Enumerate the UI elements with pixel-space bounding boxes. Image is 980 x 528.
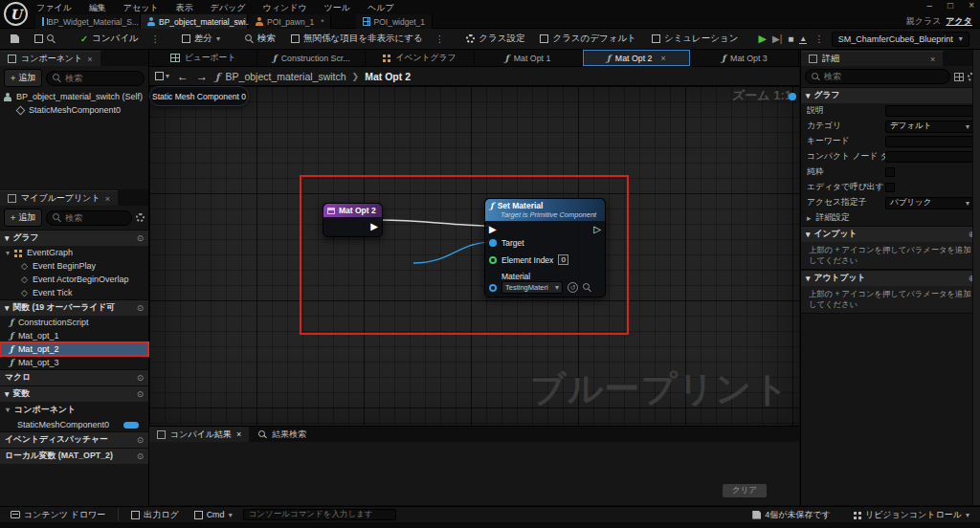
minimize-icon[interactable]: – [927, 0, 933, 11]
close-icon[interactable]: × [236, 429, 241, 439]
event-actorbeginoverlap-row[interactable]: ◇ Event ActorBeginOverlap [0, 273, 148, 286]
menu-debug[interactable]: デバッグ [209, 1, 248, 15]
tab-bp-widget-material[interactable]: BP_Widget_Material_S... * [35, 14, 141, 29]
maximize-icon[interactable]: □ [947, 0, 953, 11]
settings-button[interactable] [975, 32, 980, 46]
hide-unrelated-button[interactable]: 無関係な項目を非表示にする [286, 30, 428, 48]
macro-visibility-icon[interactable]: ⊙ [137, 373, 144, 383]
mat-opt-1-row[interactable]: ƒ Mat_opt_1 [0, 329, 148, 342]
menu-asset[interactable]: アセット [122, 1, 161, 15]
mat-opt-2-row-selected[interactable]: ƒ Mat_opt_2 [0, 342, 148, 356]
forward-button[interactable]: → [196, 70, 208, 83]
revision-control-button[interactable]: リビジョンコントロール ▾ [849, 506, 974, 524]
advanced-row[interactable]: ▸ 詳細設定 [801, 210, 980, 226]
material-dropdown[interactable]: TestingMateri ▾ [501, 281, 563, 294]
components-search[interactable] [46, 71, 145, 86]
play-button[interactable]: ▶ [758, 33, 766, 45]
preview-mesh-dropdown[interactable]: SM_ChamferCube6_Blueprint ▾ [832, 32, 969, 47]
browse-asset-button[interactable] [30, 32, 60, 46]
keywords-field[interactable] [885, 136, 974, 147]
variables-visibility-icon[interactable]: ⊙ [137, 389, 144, 399]
expand-icon[interactable]: ▾ [6, 406, 10, 414]
call-in-editor-checkbox[interactable] [885, 183, 895, 192]
parent-class-link[interactable]: アクタ [946, 15, 972, 28]
tab-viewport[interactable]: ビューポート [149, 50, 257, 66]
stop-button[interactable]: ■ [788, 33, 793, 44]
pure-checkbox[interactable] [885, 167, 895, 177]
add-component-button[interactable]: + 追加 [4, 69, 42, 87]
component-self-row[interactable]: BP_object_material_switch (Self) [0, 90, 148, 103]
tab-poi-pawn[interactable]: POI_pawn_1 * [249, 14, 331, 29]
dispatcher-visibility-icon[interactable]: ⊙ [137, 435, 144, 445]
simulation-button[interactable]: シミュレーション [647, 30, 744, 48]
find-results-tab[interactable]: 結果検索 [249, 427, 316, 442]
event-tick-row[interactable]: ◇ Event Tick [0, 286, 148, 299]
graph-visibility-icon[interactable]: ⊙ [137, 233, 144, 243]
find-button[interactable]: 検索 [240, 30, 280, 48]
node-mat-opt-2[interactable]: Mat Opt 2 ▶ [323, 203, 383, 237]
eject-button[interactable]: ▲ [799, 34, 807, 44]
details-scrollbar[interactable] [972, 50, 980, 505]
tab-mat-opt-1[interactable]: ƒ Mat Opt 1 [475, 50, 583, 66]
diff-button[interactable]: 差分 ▾ [177, 30, 225, 48]
frame-skip-button[interactable]: ▶| [772, 33, 782, 44]
compile-button[interactable]: ✓ コンパイル [76, 30, 144, 48]
menu-view[interactable]: 表示 [174, 1, 195, 15]
components-tab[interactable]: コンポーネント × [0, 51, 100, 66]
compile-options-icon[interactable]: ⋮ [149, 33, 163, 44]
outputs-section-header[interactable]: ▾ アウトプット ⊕ [801, 270, 980, 286]
hide-unrelated-options-icon[interactable]: ⋮ [434, 33, 447, 44]
variable-staticmesh-row[interactable]: StaticMeshComponent0 [0, 418, 148, 431]
bookmark-dropdown[interactable]: ▾ [155, 72, 169, 80]
play-options-icon[interactable]: ⋮ [813, 33, 826, 44]
expand-icon[interactable]: ▾ [6, 249, 10, 257]
details-search[interactable] [805, 69, 950, 84]
close-icon[interactable]: × [105, 194, 110, 204]
details-search-input[interactable] [824, 72, 944, 81]
output-log-button[interactable]: 出力ログ [126, 506, 183, 524]
blueprint-canvas[interactable]: ズーム 1:1 ブループリント Mat Opt 2 ▶ ƒ Set Materi… [149, 86, 799, 426]
functions-section-header[interactable]: ▾ 関数 (19 オーバーライド可 ⊙ [0, 299, 148, 316]
node-set-material[interactable]: ƒ Set Material Target is Primitive Compo… [484, 198, 606, 297]
details-graph-section[interactable]: ▾ グラフ [801, 87, 980, 103]
localvars-visibility-icon[interactable]: ⊙ [137, 451, 144, 461]
element-index-value[interactable]: 0 [558, 254, 568, 265]
description-field[interactable] [885, 105, 974, 117]
unsaved-button[interactable]: 4個が未保存です [747, 506, 835, 524]
class-defaults-button[interactable]: クラスのデフォルト [535, 30, 641, 48]
dispatcher-section-header[interactable]: イベントディスパッチャー ⊙ [0, 431, 148, 448]
compact-title-field[interactable] [885, 151, 974, 163]
myblueprint-search-input[interactable] [65, 213, 125, 223]
graph-section-header[interactable]: ▾ グラフ ⊙ [0, 230, 148, 246]
close-tab-icon[interactable]: × [660, 54, 665, 63]
content-drawer-button[interactable]: コンテンツ ドロワー [6, 506, 110, 524]
close-icon[interactable]: × [930, 55, 935, 64]
tab-mat-opt-2-active[interactable]: ƒ Mat Opt 2 × [583, 50, 691, 66]
variables-section-header[interactable]: ▾ 変数 ⊙ [0, 385, 148, 402]
myblueprint-tab[interactable]: マイブループリント × [0, 190, 118, 206]
save-button[interactable] [6, 32, 24, 46]
tab-event-graph[interactable]: イベントグラフ [366, 50, 474, 66]
use-selected-asset-icon[interactable]: ↺ [568, 282, 578, 293]
constructionscript-row[interactable]: ƒ ConstructionScript [0, 316, 148, 329]
tab-bp-object-material-switch[interactable]: BP_object_material_swi... × [141, 14, 248, 29]
compile-results-tab[interactable]: コンパイル結果 × [149, 427, 249, 442]
menu-window[interactable]: ウィンドウ [261, 1, 309, 15]
clear-button[interactable]: クリア [723, 484, 767, 497]
close-icon[interactable]: × [87, 55, 92, 64]
node-static-mesh-component[interactable]: Static Mesh Component 0 [149, 86, 249, 106]
breadcrumb-root[interactable]: BP_object_material_switch [226, 71, 346, 82]
cmd-dropdown[interactable]: Cmd ▾ [189, 507, 237, 522]
functions-visibility-icon[interactable]: ⊙ [137, 303, 144, 313]
exec-output-pin[interactable]: ▷ [593, 225, 601, 234]
class-settings-button[interactable]: クラス設定 [461, 30, 529, 48]
display-filter-icon[interactable] [954, 73, 964, 81]
add-blueprint-item-button[interactable]: + 追加 [4, 209, 42, 227]
event-beginplay-row[interactable]: ◇ Event BeginPlay [0, 259, 148, 273]
gear-icon[interactable] [136, 213, 145, 222]
mat-opt-3-row[interactable]: ƒ Mat_opt_3 [0, 356, 148, 369]
access-dropdown[interactable]: パブリック ▾ [885, 197, 974, 209]
component-staticmesh-row[interactable]: StaticMeshComponent0 [0, 103, 148, 117]
element-index-pin[interactable] [489, 256, 497, 264]
menu-help[interactable]: ヘルプ [366, 1, 396, 15]
